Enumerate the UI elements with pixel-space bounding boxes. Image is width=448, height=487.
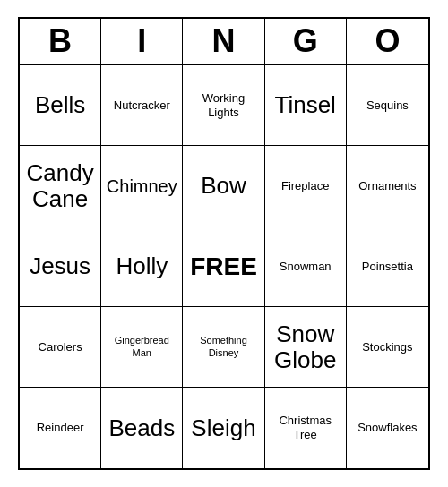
bingo-cell: FREE: [183, 226, 264, 307]
cell-text: Beads: [108, 415, 175, 441]
cell-text: Holly: [116, 253, 168, 279]
bingo-cell: Nutcracker: [101, 65, 183, 146]
cell-text: Jesus: [30, 253, 90, 279]
bingo-cell: Sequins: [347, 65, 428, 146]
cell-text: Something Disney: [186, 335, 260, 358]
bingo-cell: Beads: [101, 388, 183, 468]
cell-text: Stockings: [362, 340, 412, 355]
cell-text: Gingerbread Man: [105, 335, 178, 358]
bingo-cell: Snowman: [265, 226, 347, 307]
bingo-cell: Stockings: [347, 307, 428, 388]
cell-text: Fireplace: [281, 179, 329, 193]
bingo-cell: Candy Cane: [20, 146, 101, 226]
cell-text: Christmas Tree: [269, 414, 342, 441]
bingo-cell: Jesus: [20, 226, 101, 307]
bingo-header: BINGO: [20, 19, 428, 65]
bingo-cell: Snow Globe: [265, 307, 347, 388]
bingo-cell: Poinsettia: [347, 226, 428, 307]
bingo-cell: Christmas Tree: [265, 388, 347, 468]
cell-text: Carolers: [39, 340, 82, 355]
bingo-cell: Bells: [20, 65, 101, 146]
header-letter: B: [20, 19, 101, 64]
cell-text: Snow Globe: [269, 321, 342, 372]
bingo-cell: Snowflakes: [347, 388, 428, 468]
bingo-cell: Gingerbread Man: [101, 307, 183, 388]
bingo-cell: Holly: [101, 226, 183, 307]
bingo-card: BINGO BellsNutcrackerWorking LightsTinse…: [18, 17, 430, 470]
cell-text: Sleigh: [191, 415, 255, 441]
cell-text: Bow: [201, 173, 246, 199]
bingo-cell: Ornaments: [347, 146, 428, 226]
bingo-cell: Reindeer: [20, 388, 101, 468]
bingo-cell: Tinsel: [265, 65, 347, 146]
cell-text: Ornaments: [358, 179, 416, 193]
header-letter: O: [347, 19, 428, 64]
bingo-cell: Carolers: [20, 307, 101, 388]
cell-text: Snowman: [280, 260, 332, 274]
header-letter: G: [265, 19, 347, 64]
cell-text: Nutcracker: [114, 98, 170, 113]
header-letter: I: [101, 19, 183, 64]
header-letter: N: [183, 19, 264, 64]
cell-text: Working Lights: [186, 91, 260, 119]
cell-text: Sequins: [366, 98, 409, 113]
bingo-cell: Something Disney: [183, 307, 264, 388]
cell-text: Reindeer: [37, 421, 84, 435]
cell-text: Poinsettia: [362, 260, 413, 274]
bingo-cell: Bow: [183, 146, 264, 226]
bingo-cell: Chimney: [101, 146, 183, 226]
cell-text: Snowflakes: [358, 421, 417, 435]
bingo-cell: Sleigh: [183, 388, 264, 468]
cell-text: FREE: [190, 252, 257, 281]
cell-text: Tinsel: [275, 92, 336, 118]
bingo-cell: Fireplace: [265, 146, 347, 226]
bingo-grid: BellsNutcrackerWorking LightsTinselSequi…: [20, 65, 428, 468]
cell-text: Bells: [35, 92, 85, 118]
bingo-cell: Working Lights: [183, 65, 264, 146]
cell-text: Candy Cane: [23, 160, 97, 211]
cell-text: Chimney: [107, 176, 177, 196]
